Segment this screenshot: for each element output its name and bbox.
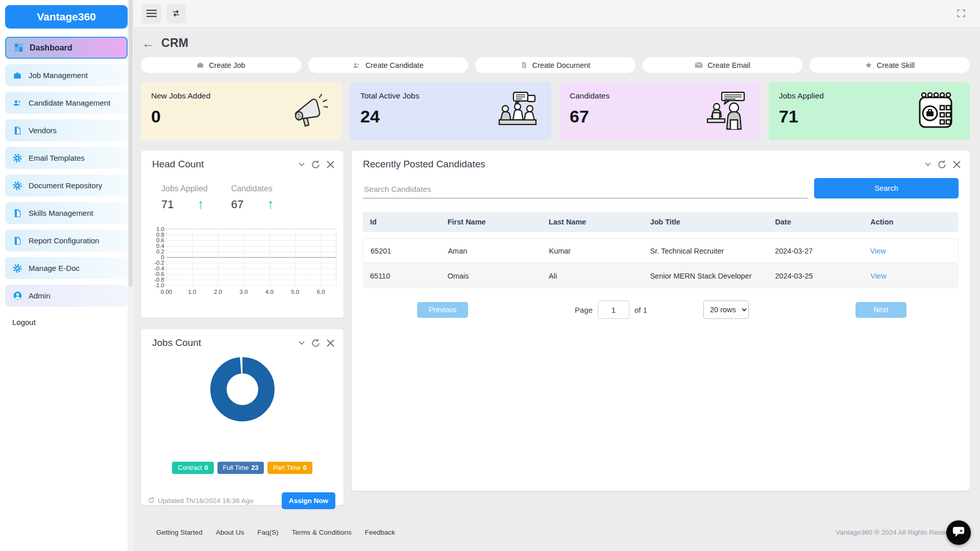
cell-id: 65110 bbox=[363, 272, 440, 280]
sidebar-item-label: Job Management bbox=[29, 71, 88, 80]
legend-badge-fulltime: Full Time23 bbox=[217, 462, 264, 474]
menu-button[interactable] bbox=[142, 4, 161, 23]
left-column: Head Count bbox=[141, 151, 344, 505]
sidebar-item-job-management[interactable]: Job Management bbox=[5, 64, 128, 86]
refresh-icon[interactable] bbox=[937, 160, 947, 169]
x-tick-label: 2.0 bbox=[214, 289, 222, 295]
page-header: ← CRM bbox=[142, 36, 970, 50]
sidebar-item-admin[interactable]: Admin bbox=[5, 285, 128, 307]
button-label: Create Email bbox=[707, 61, 750, 69]
refresh-icon[interactable] bbox=[311, 338, 321, 348]
candidates-table: Id First Name Last Name Job Title Date A… bbox=[363, 212, 959, 288]
view-link[interactable]: View bbox=[870, 247, 886, 255]
refresh-icon[interactable] bbox=[311, 160, 321, 169]
search-button[interactable]: Search bbox=[814, 178, 959, 198]
sidebar-item-logout[interactable]: Logout bbox=[5, 314, 128, 331]
cell-date: 2024-03-27 bbox=[768, 247, 863, 255]
jobs-count-donut bbox=[141, 357, 344, 422]
table-row: 65201 Aman Kumar Sr. Technical Recruiter… bbox=[363, 238, 959, 263]
create-skill-button[interactable]: ★ Create Skill bbox=[810, 57, 970, 73]
gear-icon bbox=[12, 181, 22, 191]
candidates-body: Search Id First Name Last Name Job Title… bbox=[352, 175, 970, 319]
sidebar-scrollbar[interactable] bbox=[128, 0, 134, 551]
next-page-button[interactable]: Next bbox=[855, 302, 906, 318]
sidebar-item-label: Admin bbox=[29, 291, 51, 300]
chevron-down-icon[interactable] bbox=[925, 162, 931, 166]
create-job-button[interactable]: Create Job bbox=[141, 57, 301, 73]
briefcase-icon bbox=[197, 61, 204, 69]
gear-icon bbox=[12, 153, 22, 163]
x-tick-label: 1.0 bbox=[188, 289, 196, 295]
x-gridline bbox=[218, 229, 218, 285]
create-candidate-button[interactable]: Create Candidate bbox=[308, 57, 469, 73]
cell-last-name: Kumar bbox=[542, 247, 643, 255]
footer-link-faq[interactable]: Faq(S) bbox=[257, 529, 278, 536]
sidebar: Vantage360 Dashboard Job Management bbox=[0, 0, 134, 551]
sidebar-item-dashboard[interactable]: Dashboard bbox=[5, 37, 128, 59]
file-icon bbox=[12, 126, 22, 136]
stat-value: 67 bbox=[231, 198, 243, 211]
chevron-down-icon[interactable] bbox=[299, 162, 305, 166]
star-icon: ★ bbox=[865, 61, 872, 69]
footer: Getting Started About Us Faq(S) Terms & … bbox=[156, 529, 966, 536]
close-icon[interactable] bbox=[327, 161, 334, 168]
sidebar-item-candidate-management[interactable]: Candidate Management bbox=[5, 92, 128, 114]
sidebar-item-vendors[interactable]: Vendors bbox=[5, 119, 128, 141]
users-icon bbox=[12, 98, 22, 108]
rows-per-page-select[interactable]: 20 rows bbox=[703, 300, 749, 319]
fullscreen-icon bbox=[956, 8, 966, 20]
sidebar-item-manage-edoc[interactable]: Manage E-Doc bbox=[5, 257, 128, 279]
create-email-button[interactable]: Create Email bbox=[643, 57, 803, 73]
table-row: 65110 Omais Ali Senior MERN Stack Develo… bbox=[363, 263, 959, 288]
widget-header: Recently Posted Candidates bbox=[352, 151, 970, 175]
badge-label: Contract bbox=[178, 464, 202, 471]
footer-link-feedback[interactable]: Feedback bbox=[365, 529, 395, 536]
widget-header: Head Count bbox=[141, 151, 344, 175]
sidebar-item-skills-management[interactable]: Skills Management bbox=[5, 202, 128, 224]
column-header: Last Name bbox=[542, 218, 643, 226]
meeting-icon bbox=[496, 90, 538, 133]
widget-title: Recently Posted Candidates bbox=[363, 159, 925, 170]
view-link[interactable]: View bbox=[870, 272, 886, 280]
close-icon[interactable] bbox=[327, 339, 334, 347]
brand-logo[interactable]: Vantage360 bbox=[5, 5, 128, 29]
footer-link-about-us[interactable]: About Us bbox=[216, 529, 244, 536]
stat-card-jobs-applied: Jobs Applied 71 bbox=[769, 82, 970, 140]
chevron-down-icon[interactable] bbox=[299, 341, 305, 345]
widget-header: Jobs Count bbox=[141, 329, 344, 354]
updated-text: Updated Th/16/2024 16:36 Ago bbox=[158, 497, 253, 505]
fullscreen-button[interactable] bbox=[953, 6, 969, 21]
jobs-count-footer: Updated Th/16/2024 16:36 Ago Assign Now bbox=[141, 492, 344, 509]
search-input[interactable] bbox=[363, 180, 808, 198]
sidebar-item-document-repository[interactable]: Document Repository bbox=[5, 174, 128, 196]
close-icon[interactable] bbox=[953, 161, 961, 168]
stats-row: New Jobs Added 0 bbox=[141, 82, 970, 140]
back-button[interactable]: ← bbox=[142, 37, 154, 49]
cell-first-name: Aman bbox=[440, 247, 542, 255]
users-icon bbox=[353, 61, 361, 69]
stat-card-candidates: Candidates 67 bbox=[559, 82, 761, 140]
cell-id: 65201 bbox=[363, 247, 440, 255]
x-gridline bbox=[270, 229, 270, 285]
scrollbar-thumb[interactable] bbox=[129, 0, 133, 287]
assign-now-button[interactable]: Assign Now bbox=[282, 492, 335, 509]
widget-title: Jobs Count bbox=[152, 337, 299, 348]
page-number-input[interactable] bbox=[598, 300, 629, 319]
sidebar-item-label: Report Configuration bbox=[29, 236, 99, 245]
footer-link-getting-started[interactable]: Getting Started bbox=[156, 529, 203, 536]
legend-badge-contract: Contract0 bbox=[172, 462, 213, 474]
create-document-button[interactable]: Create Document bbox=[475, 57, 635, 73]
previous-page-button[interactable]: Previous bbox=[417, 302, 468, 318]
badge-value: 0 bbox=[205, 464, 208, 471]
up-arrow-icon: ↑ bbox=[267, 197, 274, 211]
cell-job-title: Sr. Technical Recruiter bbox=[643, 247, 768, 255]
sidebar-item-report-configuration[interactable]: Report Configuration bbox=[5, 230, 128, 252]
footer-link-terms[interactable]: Terms & Conditions bbox=[292, 529, 352, 536]
stat-candidates: Candidates 67 ↑ bbox=[231, 184, 274, 211]
chat-button[interactable] bbox=[946, 520, 971, 545]
swap-button[interactable] bbox=[166, 4, 186, 23]
column-header: Job Title bbox=[643, 218, 768, 226]
swap-arrows-icon bbox=[172, 10, 181, 18]
sidebar-item-email-templates[interactable]: Email Templates bbox=[5, 147, 128, 169]
button-label: Create Candidate bbox=[365, 61, 424, 69]
